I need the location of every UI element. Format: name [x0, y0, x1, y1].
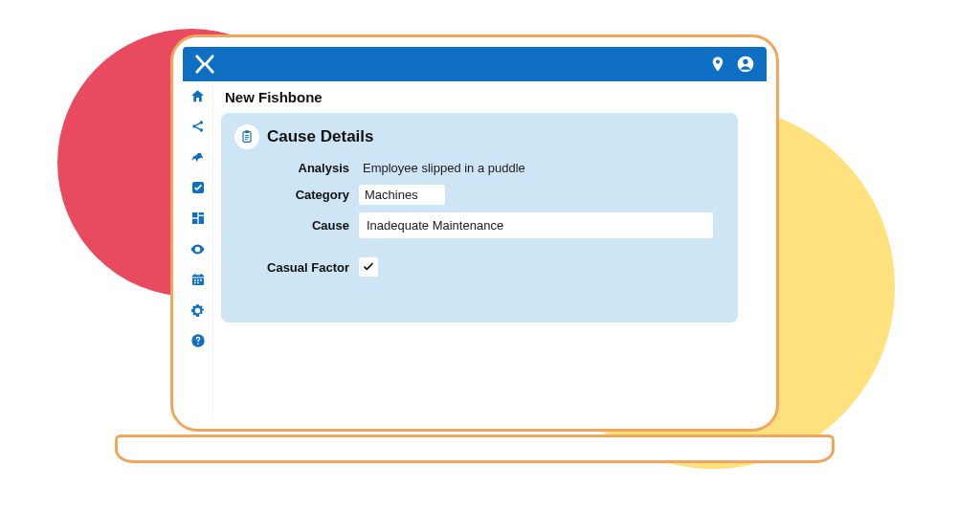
user-icon[interactable]: [736, 55, 755, 74]
app-logo-icon: [194, 54, 215, 75]
checklist-icon[interactable]: [189, 179, 207, 196]
sidebar: [183, 81, 213, 419]
svg-point-19: [197, 344, 199, 345]
svg-rect-9: [192, 219, 197, 224]
calendar-icon[interactable]: [189, 271, 207, 288]
cause-label: Cause: [234, 218, 349, 233]
page-title: New Fishbone: [225, 89, 753, 105]
topbar: [183, 47, 767, 81]
svg-rect-8: [198, 216, 203, 224]
casual-factor-label: Casual Factor: [234, 260, 349, 275]
svg-rect-16: [194, 282, 196, 284]
casual-factor-checkbox[interactable]: [359, 257, 378, 277]
category-input[interactable]: [359, 185, 445, 205]
share-icon[interactable]: [189, 118, 207, 135]
svg-rect-14: [197, 279, 199, 281]
laptop-base: [115, 434, 835, 463]
location-icon[interactable]: [709, 56, 726, 73]
main: New Fishbone Cause Details: [213, 81, 767, 419]
svg-point-1: [743, 59, 747, 64]
svg-rect-17: [197, 282, 199, 284]
analysis-value: Employee slipped in a puddle: [359, 159, 721, 177]
svg-point-10: [196, 248, 199, 251]
analysis-label: Analysis: [234, 161, 349, 175]
svg-rect-7: [198, 212, 203, 215]
clipboard-icon: [234, 124, 259, 149]
svg-rect-15: [200, 279, 202, 281]
svg-rect-13: [194, 279, 196, 281]
category-label: Category: [234, 188, 349, 202]
pin-icon[interactable]: [189, 148, 207, 166]
cause-input[interactable]: [359, 212, 713, 238]
svg-rect-20: [243, 132, 251, 143]
svg-rect-6: [192, 212, 197, 217]
app-window: New Fishbone Cause Details: [183, 47, 767, 419]
help-icon[interactable]: [189, 332, 207, 349]
visibility-icon[interactable]: [189, 240, 207, 257]
laptop-frame: New Fishbone Cause Details: [170, 34, 779, 463]
settings-icon[interactable]: [189, 301, 207, 319]
home-icon[interactable]: [189, 87, 207, 104]
laptop-screen: New Fishbone Cause Details: [170, 34, 779, 432]
dashboard-icon[interactable]: [189, 210, 207, 227]
cause-details-panel: Cause Details Analysis Employee slipped …: [221, 113, 738, 323]
svg-rect-21: [245, 130, 249, 133]
panel-title: Cause Details: [267, 127, 374, 146]
